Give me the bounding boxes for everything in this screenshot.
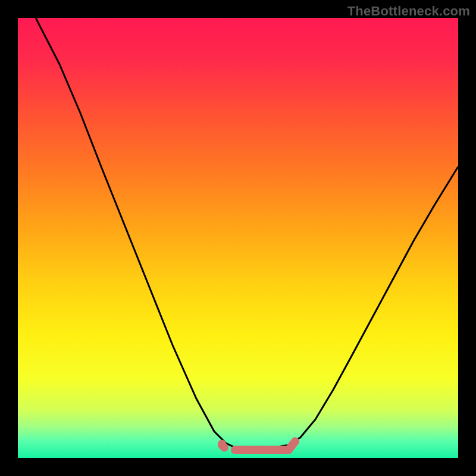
bottleneck-curve: [36, 18, 458, 447]
svg-point-1: [218, 440, 226, 448]
chart-frame: TheBottleneck.com: [0, 0, 476, 476]
watermark-text: TheBottleneck.com: [347, 4, 470, 19]
plot-area: [18, 18, 458, 458]
curve-layer: [18, 18, 458, 458]
